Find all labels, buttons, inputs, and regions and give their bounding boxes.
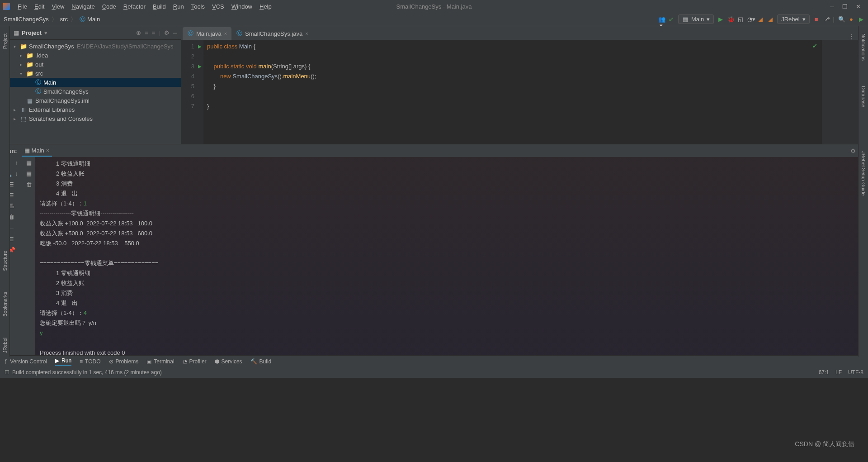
bottom-tab-build[interactable]: 🔨Build xyxy=(250,358,272,365)
run-line-icon[interactable]: ▶ xyxy=(198,42,202,52)
menu-vcs[interactable]: VCS xyxy=(209,2,227,11)
left-tab-bookmarks[interactable]: Bookmarks xyxy=(1,288,9,320)
bottom-tab-run[interactable]: ▶Run xyxy=(55,357,71,366)
tree-node[interactable]: ▾📁src xyxy=(10,69,181,78)
left-tab-structure[interactable]: Structure xyxy=(1,247,9,275)
left-tab-project[interactable]: Project xyxy=(1,30,9,52)
tree-arrow-icon[interactable]: ▸ xyxy=(20,62,26,67)
menu-window[interactable]: Window xyxy=(228,2,255,11)
ide-update-icon[interactable]: ● xyxy=(848,16,854,23)
menu-view[interactable]: View xyxy=(48,2,67,11)
inspection-ok-icon[interactable]: ✔ xyxy=(812,43,817,49)
git-icon[interactable]: ⎇ xyxy=(823,16,830,23)
tree-icon: 📁 xyxy=(26,52,33,59)
project-header: ▦ Project ▾ ⊕ ≡ ≡ | ⚙ ─ xyxy=(10,26,181,40)
breadcrumb-item[interactable]: Ⓒ Main xyxy=(79,16,100,23)
stop-button[interactable]: ■ xyxy=(813,16,820,23)
tree-arrow-icon[interactable]: ▾ xyxy=(20,71,26,76)
bottom-tab-todo[interactable]: ≡TODO xyxy=(80,358,100,365)
main-area: Project ▦ Project ▾ ⊕ ≡ ≡ | ⚙ ─ ▾📁SmallC… xyxy=(0,26,868,144)
tree-node[interactable]: ▸📁.idea xyxy=(10,51,181,60)
chevron-down-icon[interactable]: ▾ xyxy=(44,29,47,36)
menu-run[interactable]: Run xyxy=(170,2,187,11)
project-tree[interactable]: ▾📁SmallChangeSysE:\IDEA\JavaStudy\SmallC… xyxy=(10,40,181,144)
search-icon[interactable]: 🔍 xyxy=(838,16,844,23)
minimap[interactable] xyxy=(822,40,858,144)
file-encoding[interactable]: UTF-8 xyxy=(848,369,863,376)
right-tab-jrebel-guide[interactable]: JRebel Setup Guide xyxy=(860,148,867,199)
expand-all-icon[interactable]: ≡ xyxy=(145,29,148,36)
tree-node[interactable]: ⒸMain xyxy=(10,78,181,87)
close-icon[interactable]: × xyxy=(224,31,227,36)
jrebel-selector[interactable]: JRebel ▾ xyxy=(777,14,809,24)
tree-node[interactable]: ▸⫼External Libraries xyxy=(10,105,181,114)
right-gutter-lower: JRebel Setup Guide xyxy=(858,144,868,357)
debug-button[interactable]: 🐞 xyxy=(727,16,734,23)
close-icon[interactable]: × xyxy=(46,147,50,154)
editor-tab[interactable]: ⒸSmallChangeSys.java× xyxy=(231,27,313,40)
menu-help[interactable]: Help xyxy=(256,2,275,11)
collapse-all-icon[interactable]: ≡ xyxy=(152,29,156,36)
jr-debug-icon[interactable]: ◢ xyxy=(767,16,774,23)
hide-icon[interactable]: ─ xyxy=(173,29,177,36)
breadcrumb-item[interactable]: SmallChangeSys xyxy=(4,16,49,23)
layout-icn-2[interactable]: ▤ xyxy=(26,160,32,166)
minimize-button[interactable]: ─ xyxy=(830,3,834,10)
gear-icon[interactable]: ⚙ xyxy=(164,29,170,36)
update-icon[interactable]: ↙ xyxy=(668,16,675,23)
menu-code[interactable]: Code xyxy=(99,2,119,11)
right-tab-notifications[interactable]: Notifications xyxy=(860,30,867,64)
right-tab-database[interactable]: Database xyxy=(860,82,867,111)
tree-node[interactable]: ⒸSmallChangeSys xyxy=(10,87,181,96)
tree-arrow-icon[interactable]: ▸ xyxy=(20,53,26,58)
run-button[interactable]: ▶ xyxy=(717,16,724,23)
jr-run-icon[interactable]: ◢ xyxy=(757,16,764,23)
menu-tools[interactable]: Tools xyxy=(188,2,208,11)
run-config-selector[interactable]: ▦ Main ▾ xyxy=(678,14,714,24)
status-message[interactable]: ☐ Build completed successfully in 1 sec,… xyxy=(5,369,162,376)
line-gutter[interactable]: 1▶23▶4567 xyxy=(181,40,203,144)
run-tab[interactable]: ▦ Main × xyxy=(22,145,52,157)
tree-arrow-icon[interactable]: ▾ xyxy=(14,44,20,49)
select-opened-icon[interactable]: ⊕ xyxy=(136,29,141,36)
menu-build[interactable]: Build xyxy=(150,2,169,11)
tree-arrow-icon[interactable]: ▸ xyxy=(14,116,20,121)
cursor-position[interactable]: 67:1 xyxy=(819,369,829,376)
bottom-tab-terminal[interactable]: ▣Terminal xyxy=(146,358,174,365)
close-button[interactable]: ✕ xyxy=(856,3,861,10)
bottom-tab-problems[interactable]: ⊘Problems xyxy=(109,358,139,365)
menu-refactor[interactable]: Refactor xyxy=(120,2,149,11)
gear-icon[interactable]: ⚙ xyxy=(850,148,856,154)
profile-button[interactable]: ◔▾ xyxy=(747,16,754,23)
bottom-tab-version-control[interactable]: ᚶVersion Control xyxy=(5,358,47,365)
editor-tab[interactable]: ⒸMain.java× xyxy=(183,27,231,40)
trash2-icon[interactable]: 🗑 xyxy=(26,181,32,188)
console-output[interactable]: 1 零钱通明细 2 收益入账 3 消费 4 退 出请选择（1-4）：1-----… xyxy=(35,157,868,355)
code-text[interactable]: public class Main { public static void m… xyxy=(203,40,822,144)
left-tab-jrebel[interactable]: JRebel xyxy=(1,334,9,357)
code-area[interactable]: 1▶23▶4567 public class Main { public sta… xyxy=(181,40,858,144)
tree-node[interactable]: ▾📁SmallChangeSysE:\IDEA\JavaStudy\SmallC… xyxy=(10,42,181,51)
breadcrumb-item[interactable]: src xyxy=(60,16,68,23)
more-tabs-icon[interactable]: ⋮ xyxy=(845,33,858,40)
menu-navigate[interactable]: Navigate xyxy=(68,2,98,11)
tree-icon: 📁 xyxy=(26,70,33,77)
add-user-icon[interactable]: 👥▾ xyxy=(658,16,665,23)
close-icon[interactable]: × xyxy=(305,31,308,36)
menu-edit[interactable]: Edit xyxy=(31,2,47,11)
tree-node[interactable]: ▤SmallChangeSys.iml xyxy=(10,96,181,105)
tree-node[interactable]: ▸⬚Scratches and Consoles xyxy=(10,114,181,123)
build-icon: 🔨 xyxy=(250,358,257,365)
breadcrumb-sep: 〉 xyxy=(52,15,57,24)
run-anything-icon[interactable]: ▶ xyxy=(858,16,864,23)
tree-arrow-icon[interactable]: ▸ xyxy=(14,107,20,112)
tree-node[interactable]: ▸📁out xyxy=(10,60,181,69)
filter-icon[interactable]: ▤ xyxy=(26,171,32,177)
menu-file[interactable]: File xyxy=(14,2,30,11)
maximize-button[interactable]: ❐ xyxy=(842,3,848,10)
coverage-button[interactable]: ◱ xyxy=(737,16,744,23)
line-separator[interactable]: LF xyxy=(835,369,842,376)
run-line-icon[interactable]: ▶ xyxy=(198,62,202,71)
bottom-tab-profiler[interactable]: ◔Profiler xyxy=(183,358,207,365)
bottom-tab-services[interactable]: ⬢Services xyxy=(215,358,242,365)
